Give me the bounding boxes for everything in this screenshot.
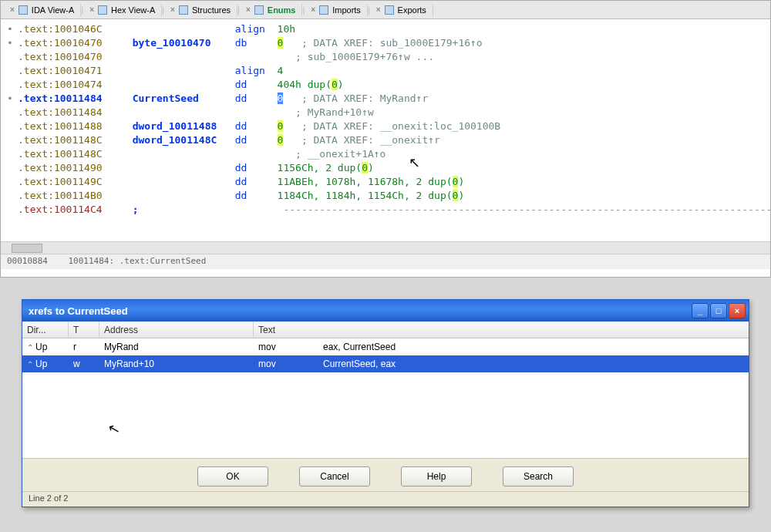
tab-icon: [319, 5, 328, 15]
tab-label: Enums: [268, 5, 296, 15]
scrollbar-thumb[interactable]: [12, 244, 42, 253]
tab-icon: [385, 5, 394, 15]
xref-type: w: [69, 359, 99, 369]
direction-icon: ⌃: [27, 360, 33, 369]
disasm-line[interactable]: .text:10010474 dd 404h dup(0): [7, 78, 770, 92]
col-text[interactable]: Text: [254, 322, 749, 338]
disasm-line[interactable]: .text:10010471 align 4: [7, 64, 770, 78]
dialog-button-row: OK Cancel Help Search: [22, 458, 749, 491]
col-type[interactable]: T: [69, 322, 99, 338]
disasm-line[interactable]: .text:100114B0 dd 1184Ch, 1184h, 1154Ch,…: [7, 189, 770, 203]
dialog-titlebar[interactable]: xrefs to CurrentSeed _ □ ×: [22, 300, 749, 322]
xref-type: r: [69, 342, 99, 352]
col-direction[interactable]: Dir...: [22, 322, 69, 338]
xref-text: moveax, CurrentSeed: [254, 342, 749, 352]
dialog-statusbar: Line 2 of 2: [22, 491, 749, 507]
tab-icon: [98, 5, 107, 15]
xref-row[interactable]: ⌃UprMyRandmoveax, CurrentSeed: [22, 338, 749, 355]
cancel-button[interactable]: Cancel: [299, 466, 370, 487]
tab-imports[interactable]: ×Imports: [305, 4, 368, 16]
tab-ida-view-a[interactable]: ×IDA View-A: [4, 4, 81, 16]
xref-row[interactable]: ⌃UpwMyRand+10movCurrentSeed, eax: [22, 355, 749, 372]
tab-exports[interactable]: ×Exports: [370, 4, 433, 16]
xref-address: MyRand+10: [99, 359, 254, 369]
disassembly-view[interactable]: •.text:1001046C align 10h•.text:10010470…: [1, 19, 770, 241]
xref-text: movCurrentSeed, eax: [254, 359, 749, 369]
direction-icon: ⌃: [27, 343, 33, 352]
xref-direction: ⌃Up: [22, 359, 69, 369]
xrefs-list[interactable]: ⌃UprMyRandmoveax, CurrentSeed⌃UpwMyRand+…: [22, 338, 749, 458]
search-button[interactable]: Search: [503, 466, 574, 487]
disasm-line[interactable]: .text:10011490 dd 1156Ch, 2 dup(0): [7, 161, 770, 175]
close-tab-icon[interactable]: ×: [376, 5, 381, 14]
tab-label: Structures: [192, 5, 231, 15]
ida-main-window: ×IDA View-A | ×Hex View-A | ×Structures …: [0, 0, 771, 278]
tab-label: Exports: [398, 5, 426, 15]
disasm-status-line: 00010884 10011484: .text:CurrentSeed: [1, 254, 770, 269]
ok-button[interactable]: OK: [197, 466, 268, 487]
tab-enums[interactable]: ×Enums: [240, 4, 303, 16]
close-tab-icon[interactable]: ×: [311, 5, 315, 14]
close-tab-icon[interactable]: ×: [246, 5, 251, 14]
tab-label: Imports: [332, 5, 361, 15]
help-button[interactable]: Help: [401, 466, 472, 487]
minimize-button[interactable]: _: [692, 303, 709, 318]
tab-bar: ×IDA View-A | ×Hex View-A | ×Structures …: [1, 1, 770, 19]
disasm-line[interactable]: .text:10011488 dword_10011488 dd 0 ; DAT…: [7, 120, 770, 133]
status-offset: 00010884: [7, 256, 48, 266]
disasm-line[interactable]: •.text:1001046C align 10h: [7, 22, 770, 36]
status-address: 10011484: .text:CurrentSeed: [68, 256, 206, 266]
tab-structures[interactable]: ×Structures: [164, 4, 237, 16]
dialog-title: xrefs to CurrentSeed: [29, 305, 692, 317]
disasm-line[interactable]: .text:10011484 ; MyRand+10↑w: [7, 106, 770, 120]
disasm-line[interactable]: .text:1001148C ; __onexit+1A↑o: [7, 147, 770, 161]
tab-label: IDA View-A: [32, 5, 74, 15]
horizontal-scrollbar[interactable]: [1, 241, 770, 254]
maximize-button[interactable]: □: [710, 303, 727, 318]
close-tab-icon[interactable]: ×: [10, 5, 15, 14]
tab-icon: [179, 5, 188, 15]
close-button[interactable]: ×: [729, 303, 746, 318]
tab-label: Hex View-A: [111, 5, 155, 15]
disasm-line[interactable]: .text:1001149C dd 11ABEh, 1078h, 11678h,…: [7, 175, 770, 189]
disasm-line[interactable]: .text:10010470 ; sub_1000E179+76↑w ...: [7, 50, 770, 64]
tab-icon: [254, 5, 264, 15]
disasm-line[interactable]: •.text:10010470 byte_10010470 db 0 ; DAT…: [7, 36, 770, 50]
close-tab-icon[interactable]: ×: [170, 5, 175, 14]
close-tab-icon[interactable]: ×: [89, 5, 94, 14]
tab-icon: [19, 5, 28, 15]
xref-address: MyRand: [99, 342, 254, 352]
disasm-line[interactable]: .text:100114C4 ; -----------------------…: [7, 203, 770, 217]
xref-direction: ⌃Up: [22, 342, 69, 352]
list-header[interactable]: Dir... T Address Text: [22, 322, 749, 338]
disasm-line[interactable]: •.text:10011484 CurrentSeed dd 0 ; DATA …: [7, 92, 770, 106]
xrefs-dialog: xrefs to CurrentSeed _ □ × Dir... T Addr…: [22, 299, 749, 507]
tab-hex-view-a[interactable]: ×Hex View-A: [83, 4, 162, 16]
col-address[interactable]: Address: [99, 322, 254, 338]
disasm-line[interactable]: .text:1001148C dword_1001148C dd 0 ; DAT…: [7, 133, 770, 147]
